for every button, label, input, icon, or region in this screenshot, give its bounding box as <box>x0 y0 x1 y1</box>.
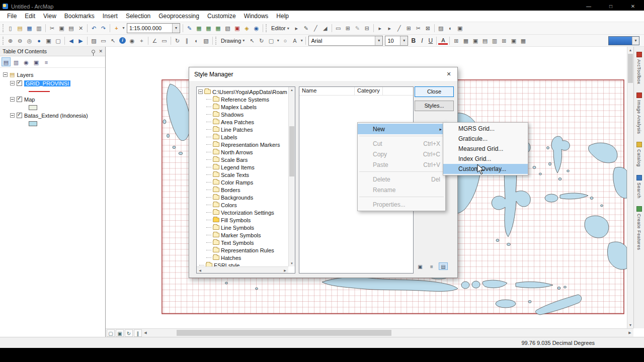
scroll-right-icon[interactable]: ▶ <box>626 331 633 335</box>
font-color-icon[interactable]: A <box>438 37 448 45</box>
find-icon[interactable]: ◉ <box>127 36 137 46</box>
collapse-icon[interactable] <box>3 72 8 77</box>
context-menu-rename[interactable]: Rename <box>358 185 445 195</box>
list-by-selection-icon[interactable]: ▣ <box>32 57 41 66</box>
chevron-down-icon[interactable]: ▾ <box>632 37 639 45</box>
layer-item[interactable]: Map <box>0 95 105 104</box>
style-tree-item[interactable]: Hatches <box>198 254 295 261</box>
tool-icon[interactable]: ✂ <box>414 23 423 33</box>
table-icon[interactable]: ▦ <box>204 23 213 33</box>
list-by-drawing-order-icon[interactable]: ▤ <box>2 57 11 66</box>
toolbar-grip[interactable] <box>215 37 216 45</box>
context-menu-paste[interactable]: Paste Ctrl+V <box>358 159 445 170</box>
maximize-button[interactable]: □ <box>600 2 622 11</box>
style-tree-item[interactable]: Area Patches <box>198 118 295 126</box>
zoom-percent-combo[interactable]: ▾ <box>608 36 639 45</box>
list-by-visibility-icon[interactable]: ◉ <box>22 57 31 66</box>
collapse-icon[interactable] <box>10 97 15 102</box>
submenu-graticule[interactable]: Graticule... <box>443 134 528 144</box>
menu-geoprocessing[interactable]: Geoprocessing <box>154 11 203 22</box>
full-extent-icon[interactable]: ● <box>34 36 44 46</box>
style-tree-item[interactable]: Maplex Labels <box>198 103 295 111</box>
scroll-left-icon[interactable]: ◀ <box>197 268 203 272</box>
redo-icon[interactable]: ↷ <box>99 23 108 33</box>
menu-help[interactable]: Help <box>272 11 293 22</box>
scroll-up-icon[interactable]: ▲ <box>289 87 295 93</box>
identify-icon[interactable]: i <box>119 37 126 44</box>
style-tree-item[interactable]: Color Ramps <box>198 178 295 186</box>
scrollbar-thumb[interactable] <box>177 330 391 336</box>
menu-selection[interactable]: Selection <box>122 11 154 22</box>
font-size-combo[interactable]: 10 ▾ <box>385 36 408 46</box>
dialog-close-button[interactable]: ✕ <box>440 67 457 81</box>
toolbar-grip[interactable] <box>3 24 4 32</box>
layer-label[interactable]: Batas_Extend (Indonesia) <box>24 113 88 119</box>
collapse-icon[interactable] <box>10 81 15 85</box>
tool-icon[interactable]: ⊠ <box>423 23 433 33</box>
layer-label[interactable]: Map <box>24 97 35 103</box>
scroll-up-icon[interactable]: ▲ <box>627 47 633 53</box>
drawing-menu[interactable]: Drawing ▾ <box>218 38 247 44</box>
scrollbar-thumb[interactable] <box>289 126 294 176</box>
list-column-header[interactable]: Category <box>355 87 383 95</box>
pause-drawing-button[interactable]: ∥ <box>134 329 142 337</box>
minimize-button[interactable]: — <box>578 2 600 11</box>
select-elements-icon[interactable]: ↖ <box>247 36 257 46</box>
fixed-zoom-in-icon[interactable]: ▣ <box>44 36 53 46</box>
submenu-mgrs-grid[interactable]: MGRS Grid... <box>443 124 528 134</box>
chart-icon[interactable]: ▧ <box>223 23 232 33</box>
close-button[interactable]: ✕ <box>622 2 644 11</box>
arctoolbox-icon[interactable]: ▣ <box>232 23 242 33</box>
scroll-left-icon[interactable]: ◀ <box>142 331 149 335</box>
style-tree-item[interactable]: Legend Items <box>198 163 295 171</box>
tool-icon[interactable]: ◐ <box>446 23 455 33</box>
map-scale-combo[interactable]: 1:15.000.000 ▾ <box>127 23 180 33</box>
refresh-icon[interactable]: ↻ <box>173 36 182 46</box>
submenu-custom-overlay[interactable]: Custom Overlay... <box>443 164 528 174</box>
edit-arrow-icon[interactable]: ▸ <box>292 23 301 33</box>
style-tree-item[interactable]: Text Symbols <box>198 239 295 246</box>
delete-icon[interactable]: ✕ <box>76 23 86 33</box>
style-tree-item[interactable]: Representation Rules <box>198 246 295 254</box>
tab-create-features[interactable]: Create Features <box>636 206 642 250</box>
style-folders-tree[interactable]: C:\Users\Yoga\AppData\Roam Reference Sys… <box>196 86 295 274</box>
rotate-icon[interactable]: ↻ <box>257 36 266 46</box>
style-tree-item[interactable]: Marker Symbols <box>198 231 295 239</box>
tool-icon[interactable]: ◐ <box>192 36 201 46</box>
map-vertical-scrollbar[interactable]: ▲ ▼ <box>627 47 633 328</box>
style-tree-item[interactable]: Labels <box>198 133 295 141</box>
search-icon[interactable]: ◉ <box>252 23 261 33</box>
style-tree-item[interactable]: Reference Systems <box>198 96 295 103</box>
style-tree-item[interactable]: Borders <box>198 186 295 194</box>
circle-tool-icon[interactable]: ○ <box>280 36 290 46</box>
close-icon[interactable]: ✕ <box>99 49 103 54</box>
tree-vertical-scrollbar[interactable]: ▲ ▼ <box>288 87 295 266</box>
tool-icon[interactable]: ◢ <box>320 23 330 33</box>
details-view-icon[interactable]: ▤ <box>439 262 448 270</box>
tool-icon[interactable]: ▥ <box>490 36 499 46</box>
tool-icon[interactable]: ⊞ <box>343 23 353 33</box>
tool-icon[interactable]: ▦ <box>461 36 470 46</box>
options-icon[interactable]: ≡ <box>42 57 51 66</box>
layer-checkbox[interactable] <box>17 97 22 102</box>
undo-icon[interactable]: ↶ <box>89 23 99 33</box>
tool-icon[interactable]: ▧ <box>201 36 211 46</box>
tool-icon[interactable]: ▤ <box>480 36 490 46</box>
zoom-in-icon[interactable]: ⊕ <box>6 36 15 46</box>
menu-file[interactable]: File <box>3 11 21 22</box>
pause-drawing-icon[interactable]: ∥ <box>182 36 192 46</box>
clear-selection-icon[interactable]: ▭ <box>99 36 108 46</box>
copy-icon[interactable]: ▣ <box>57 23 66 33</box>
sketch-tool-icon[interactable]: ✎ <box>301 23 311 33</box>
font-family-combo[interactable]: Arial ▾ <box>308 36 383 46</box>
tool-icon[interactable]: ▣ <box>470 36 480 46</box>
context-menu-delete[interactable]: Delete Del <box>358 174 445 185</box>
refresh-view-button[interactable]: ↻ <box>125 329 133 337</box>
tool-icon[interactable]: ⊞ <box>499 36 509 46</box>
style-tree-item[interactable]: Line Patches <box>198 126 295 133</box>
save-icon[interactable]: ▦ <box>25 23 34 33</box>
line-symbol-sample[interactable] <box>29 91 50 92</box>
close-dialog-button[interactable]: Close <box>415 86 454 97</box>
scrollbar-thumb[interactable] <box>628 54 633 83</box>
fixed-zoom-out-icon[interactable]: ▢ <box>53 36 63 46</box>
